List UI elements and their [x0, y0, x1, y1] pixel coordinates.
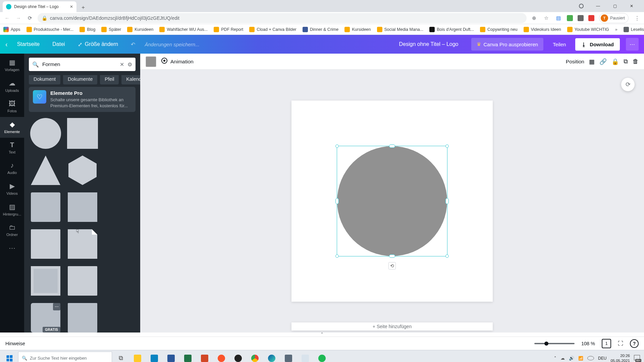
- nav-forward-icon[interactable]: →: [15, 15, 22, 21]
- rail-photos[interactable]: 🖼Fotos: [0, 97, 24, 117]
- filter-chip[interactable]: Dokumente: [63, 75, 97, 84]
- taskbar-notepad[interactable]: [297, 350, 313, 362]
- position-button[interactable]: Position: [566, 59, 584, 65]
- taskbar-spotify[interactable]: [314, 350, 330, 362]
- taskbar-file-explorer[interactable]: [129, 350, 146, 362]
- reading-list-button[interactable]: Leseliste: [624, 27, 644, 32]
- rail-videos[interactable]: ▶Videos: [0, 179, 24, 199]
- undo-button[interactable]: ↶: [127, 39, 139, 50]
- resize-handle-tl[interactable]: [335, 144, 339, 148]
- delete-icon[interactable]: 🗑: [633, 58, 639, 65]
- tray-battery-icon[interactable]: [587, 356, 594, 360]
- shape-circle[interactable]: [29, 117, 62, 150]
- shape-more-icon[interactable]: ⋯: [53, 303, 60, 310]
- tray-notifications[interactable]: 99+: [634, 355, 640, 361]
- shape-square-outline[interactable]: [66, 190, 99, 224]
- zoom-icon[interactable]: ⊕: [531, 15, 538, 21]
- taskbar-obs[interactable]: [230, 350, 246, 362]
- bookmark-item[interactable]: Wahlfächer WU Aus...: [159, 27, 208, 32]
- tray-onedrive-icon[interactable]: ☁: [560, 356, 565, 361]
- taskbar-app[interactable]: [146, 350, 162, 362]
- rail-more[interactable]: ⋯: [0, 241, 24, 256]
- back-icon[interactable]: ‹: [5, 41, 8, 48]
- shape-square[interactable]: [66, 117, 99, 150]
- resize-handle-tr[interactable]: [445, 144, 449, 148]
- bookmark-item[interactable]: Copywriting neu: [480, 27, 518, 32]
- bookmark-item[interactable]: Cload + Canva Bilder: [249, 27, 296, 32]
- rail-audio[interactable]: ♪Audio: [0, 158, 24, 179]
- kebab-menu-icon[interactable]: ⋮: [633, 15, 641, 21]
- resize-handle-bl[interactable]: [335, 254, 339, 258]
- clear-search-icon[interactable]: ✕: [120, 61, 124, 68]
- bookmarks-overflow-icon[interactable]: »: [615, 27, 618, 32]
- shape-rounded-square[interactable]: [29, 190, 62, 224]
- rail-templates[interactable]: ▦Vorlagen: [0, 55, 24, 76]
- taskbar-brave[interactable]: [213, 350, 229, 362]
- help-button[interactable]: ?: [630, 339, 639, 348]
- hints-button[interactable]: Hinweise: [5, 341, 25, 346]
- tray-volume-icon[interactable]: 🔊: [569, 356, 574, 361]
- bookmark-item[interactable]: Produktsuche - Mer...: [26, 27, 74, 32]
- resize-handle-top[interactable]: [389, 144, 395, 148]
- resize-button[interactable]: ⤢Größe ändern: [74, 39, 122, 50]
- nav-back-icon[interactable]: ←: [3, 15, 11, 21]
- window-close-icon[interactable]: ✕: [624, 1, 639, 11]
- shape-triangle[interactable]: [29, 154, 62, 187]
- link-icon[interactable]: 🔗: [599, 58, 607, 65]
- filter-icon[interactable]: ⚙: [127, 61, 132, 68]
- artboard[interactable]: ⟲: [291, 101, 493, 302]
- apps-button[interactable]: Apps: [3, 27, 20, 32]
- bookmark-item[interactable]: Blog: [79, 27, 95, 32]
- window-minimize-icon[interactable]: —: [590, 1, 606, 11]
- tray-language[interactable]: DEU: [598, 356, 606, 361]
- bookmark-item[interactable]: Dinner & Crime: [303, 27, 338, 32]
- filter-chip[interactable]: Kalende: [121, 75, 140, 84]
- more-menu-button[interactable]: ⋯: [626, 38, 639, 51]
- zoom-slider-knob[interactable]: [544, 342, 548, 346]
- fullscreen-icon[interactable]: ⛶: [618, 341, 623, 347]
- add-page-button[interactable]: + Seite hinzufügen: [291, 322, 493, 330]
- file-menu-button[interactable]: Datei: [49, 39, 68, 49]
- bookmark-item[interactable]: Bois d'Argent Duft...: [429, 27, 474, 32]
- task-view-icon[interactable]: ⧉: [113, 350, 129, 362]
- selection-box[interactable]: ⟲: [337, 146, 447, 256]
- panel-collapse-button[interactable]: ‹: [139, 177, 140, 209]
- resize-handle-right[interactable]: [445, 198, 449, 204]
- zoom-slider[interactable]: [534, 343, 575, 344]
- selected-circle-shape[interactable]: [337, 146, 447, 256]
- bookmark-item[interactable]: Später: [101, 27, 121, 32]
- bookmark-item[interactable]: Kursideen: [127, 27, 153, 32]
- bookmark-item[interactable]: Social Media Mana...: [377, 27, 424, 32]
- qr-icon[interactable]: ▤: [555, 15, 562, 21]
- taskbar-app[interactable]: [280, 350, 297, 362]
- taskbar-edge[interactable]: [264, 350, 280, 362]
- rail-folders[interactable]: 🗀Ordner: [0, 220, 24, 241]
- refresh-fab[interactable]: ⟳: [621, 78, 635, 91]
- animation-button[interactable]: Animation: [161, 57, 194, 66]
- duplicate-icon[interactable]: ⧉: [624, 58, 628, 65]
- rail-background[interactable]: ▨Hintergru...: [0, 199, 24, 220]
- rail-text[interactable]: TText: [0, 138, 24, 158]
- shape-hexagon[interactable]: [66, 154, 99, 187]
- tray-chevron-up-icon[interactable]: ˄: [554, 356, 556, 361]
- rail-uploads[interactable]: ☁Uploads: [0, 76, 24, 97]
- filter-chip[interactable]: Pfeil: [100, 75, 119, 84]
- fill-color-swatch[interactable]: [146, 56, 156, 67]
- shape-rounded-rect[interactable]: ⋯ GRATIS: [29, 301, 62, 333]
- filter-chip[interactable]: Dokument: [29, 75, 60, 84]
- extension-icon[interactable]: [588, 15, 594, 21]
- transparency-icon[interactable]: ▦: [589, 58, 595, 65]
- shape-plain-square[interactable]: [66, 264, 99, 298]
- resize-handle-br[interactable]: [445, 254, 449, 258]
- shape-folded-corner[interactable]: [66, 227, 99, 261]
- taskbar-word[interactable]: [163, 350, 179, 362]
- extension-icon[interactable]: [567, 15, 573, 21]
- try-pro-button[interactable]: ♛Canva Pro ausprobieren: [471, 38, 544, 51]
- nav-reload-icon[interactable]: ⟳: [26, 15, 34, 21]
- tray-wifi-icon[interactable]: 📶: [578, 356, 583, 361]
- bookmark-item[interactable]: Videokurs Ideen: [524, 27, 561, 32]
- taskbar-search[interactable]: 🔍Zur Suche Text hier eingeben: [18, 352, 112, 362]
- shape-rect[interactable]: [29, 227, 62, 261]
- bookmark-item[interactable]: Youtube WICHTIG: [567, 27, 609, 32]
- start-button[interactable]: [1, 350, 17, 362]
